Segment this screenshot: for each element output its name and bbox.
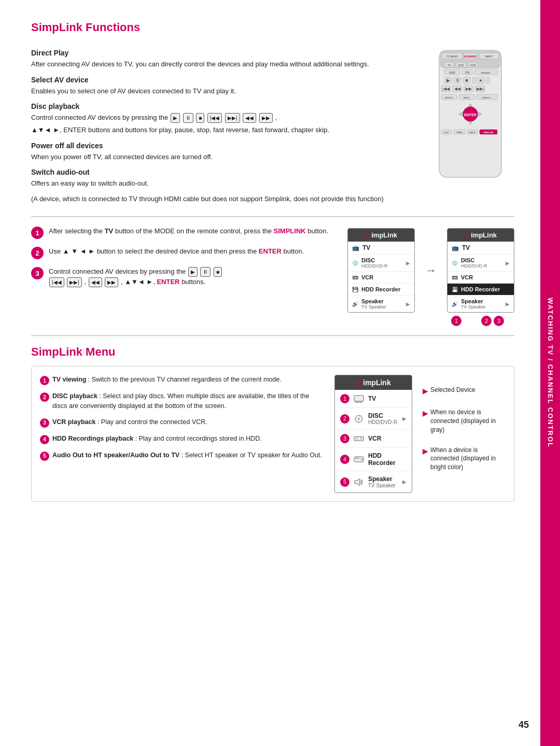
panel1-speaker-label: Speaker	[361, 298, 386, 304]
panel2-hdd-item: 💾 HDD Recorder	[447, 284, 514, 295]
svg-point-66	[360, 438, 362, 440]
big-panel-header: S impLink	[335, 375, 412, 390]
step-3-row: 3 Control connected AV devices by pressi…	[31, 266, 342, 287]
step-1-circle: 1	[31, 227, 44, 239]
menu-item-3-row: 3 VCR playback : Play and control the co…	[40, 417, 324, 428]
menu-item-3-desc: : Play and control the connected VCR.	[95, 418, 207, 426]
panel1-disc-label: DISC	[361, 257, 388, 263]
panel2-speaker-icon: 🔊	[452, 301, 458, 307]
svg-rect-64	[354, 437, 363, 441]
panel2-vcr-label: VCR	[461, 274, 473, 280]
step-num-2: 2	[481, 316, 492, 326]
svg-text:RATIO: RATIO	[469, 131, 475, 134]
big-panel-header-text: impLink	[363, 378, 391, 387]
big-speaker-label: Speaker	[368, 475, 398, 483]
annotation-no-device-arrow: ▶	[423, 409, 428, 419]
svg-text:■: ■	[465, 78, 468, 83]
svg-marker-70	[355, 478, 359, 486]
big-panel-s-logo: S	[356, 379, 360, 387]
svg-text:TV INPUT: TV INPUT	[446, 55, 458, 58]
stop-btn-icon: ■	[196, 113, 204, 123]
step3-prev-icon: |◀◀	[49, 277, 64, 287]
svg-text:●: ●	[479, 78, 482, 83]
big-speaker-icon	[354, 478, 364, 486]
step-nums-23: 2 3	[481, 316, 504, 326]
step-2-text: Use ▲ ▼ ◄ ► button to select the desired…	[49, 246, 342, 257]
steps-text-col: 1 After selecting the TV button of the M…	[31, 226, 342, 313]
step-3-text: Control connected AV devices by pressing…	[49, 266, 342, 287]
svg-text:▶▶: ▶▶	[466, 87, 472, 91]
big-speaker-labels: Speaker TV Speaker	[368, 475, 398, 488]
annotation-selected: ▶ Selected Device	[423, 386, 506, 397]
menu-num-5: 5	[40, 452, 49, 461]
panel2-header: S impLink	[447, 229, 514, 242]
panel1-speaker-icon: 🔊	[352, 301, 358, 307]
panel2-disc-item: 💿 DISC HDD/DVD-R ▶	[447, 255, 514, 272]
big-hdd-num: 4	[340, 455, 349, 464]
panel2-s-logo: S	[465, 232, 468, 238]
step-nums-row: 1 2 3	[31, 316, 504, 326]
panel2-speaker-sublabel: TV Speaker	[461, 304, 486, 309]
switch-audio-section: Switch audio-out Offers an easy way to s…	[31, 168, 416, 189]
simplink-panel-1: S impLink 📺 TV 💿 DISC	[347, 228, 415, 313]
annotation-device-connected-arrow: ▶	[423, 446, 428, 457]
svg-text:EXIT: EXIT	[444, 131, 449, 134]
panel2-header-text: impLink	[471, 231, 497, 239]
menu-item-1-desc: : Switch to the previous TV channel rega…	[86, 376, 281, 383]
svg-text:◀◀: ◀◀	[454, 87, 461, 91]
svg-text:BRIGHT-: BRIGHT-	[445, 96, 454, 99]
panel1-hdd-item: 💾 HDD Recorder	[348, 284, 414, 295]
panel1-hdd-label: HDD Recorder	[361, 286, 400, 292]
svg-text:VCR: VCR	[470, 64, 476, 67]
step-num-3: 3	[494, 316, 504, 326]
panel1-tv-item: 📺 TV	[348, 242, 414, 255]
menu-num-1: 1	[40, 376, 49, 385]
panel1-speaker-sublabel: TV Speaker	[361, 304, 386, 309]
big-speaker-arrow: ▶	[402, 479, 407, 485]
power-off-title: Power off all devices	[31, 142, 416, 150]
step-num-1: 1	[451, 316, 461, 326]
panel2-speaker-item: 🔊 Speaker TV Speaker ▶	[447, 295, 514, 312]
menu-item-1-text: TV viewing : Switch to the previous TV c…	[52, 375, 282, 385]
annotations-col: ▶ Selected Device ▶ When no device is co…	[423, 375, 506, 493]
big-disc-arrow: ▶	[402, 416, 407, 421]
panel1-disc-icon: 💿	[352, 260, 358, 266]
menu-item-4-desc: : Play and control recordings stored in …	[133, 435, 261, 442]
panel1-speaker-arrow: ▶	[406, 301, 410, 307]
menu-item-4-row: 4 HDD Recordings playback : Play and con…	[40, 434, 324, 444]
panel2-tv-label: TV	[462, 244, 470, 251]
big-tv-item: 1 TV	[335, 390, 412, 408]
svg-point-65	[356, 438, 358, 440]
big-vcr-icon	[354, 434, 364, 443]
big-tv-num: 1	[340, 394, 349, 403]
step-2-row: 2 Use ▲ ▼ ◄ ► button to select the desir…	[31, 246, 342, 259]
svg-text:VDIO: VDIO	[449, 71, 455, 74]
panel1-disc-sublabel: HDD/DVD-R	[361, 263, 388, 269]
direct-play-section: Direct Play After connecting AV devices …	[31, 49, 416, 69]
panel2-speaker-arrow: ▶	[506, 301, 510, 307]
svg-text:SIMPLINK: SIMPLINK	[483, 131, 493, 134]
menu-list-col: 1 TV viewing : Switch to the previous TV…	[40, 375, 324, 493]
svg-text:▶: ▶	[446, 78, 450, 83]
panel1-tv-label: TV	[362, 244, 370, 251]
svg-text:▶▶|: ▶▶|	[477, 87, 484, 91]
simplink-menu-section: SimpLink Menu 1 TV viewing : Switch to t…	[31, 345, 514, 502]
menu-item-2-text: DISC playback : Select and play discs. W…	[52, 391, 324, 411]
step-3-circle: 3	[31, 267, 44, 279]
divider-1	[31, 216, 514, 217]
panels-arrow: →	[425, 264, 437, 277]
annotation-selected-text: Selected Device	[430, 386, 475, 395]
big-speaker-item: 5 Speaker TV Speaker ▶	[335, 471, 412, 492]
remote-svg: TV INPUT POWER INPUT TV DVD VCR	[429, 48, 512, 182]
big-speaker-sublabel: TV Speaker	[368, 483, 398, 488]
step3-stop-icon: ■	[214, 267, 222, 277]
menu-item-3-title: VCR playback	[52, 418, 95, 426]
svg-point-63	[358, 418, 360, 420]
big-vcr-num: 3	[340, 434, 349, 443]
note-text: (A device, which is connected to TV thro…	[31, 194, 416, 204]
panel2-tv-icon: 📺	[452, 245, 459, 251]
menu-item-5-text: Audio Out to HT speaker/Audio Out to TV …	[52, 451, 322, 460]
switch-audio-title: Switch audio-out	[31, 168, 416, 176]
simplink-functions-title: SimpLink Functions	[31, 21, 514, 34]
step-1-text: After selecting the TV button of the MOD…	[49, 226, 342, 236]
